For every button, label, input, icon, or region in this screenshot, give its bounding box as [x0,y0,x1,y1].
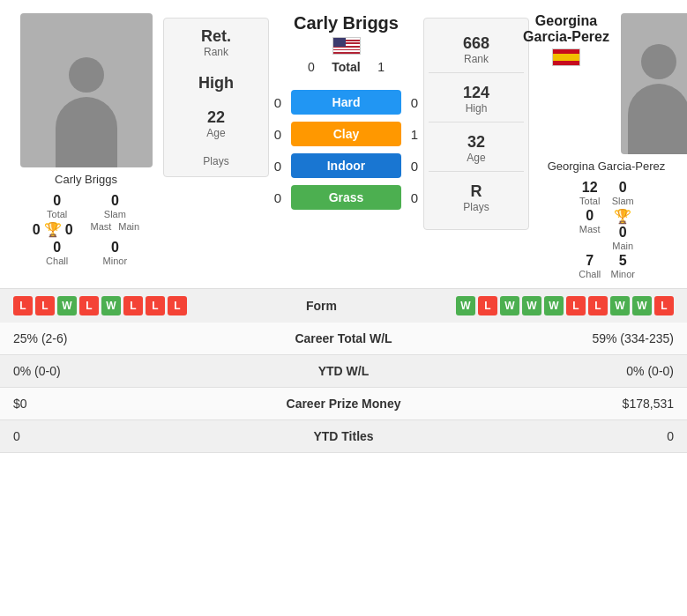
right-mast-label: Mast [579,224,601,234]
surface-rows: 0 Hard 0 0 Clay 1 0 Indoor 0 [269,90,423,217]
grass-left-score: 0 [269,190,287,205]
indoor-right-score: 0 [406,159,423,174]
clay-right-score: 1 [406,127,423,142]
left-player-name: Carly Briggs [55,173,117,186]
left-slam-value: 0 [111,193,119,209]
right-high-label: High [429,102,524,115]
left-age-block: 22 Age [206,108,225,139]
left-player-stats: 0 Total 0 Slam 0 🏆 0 Mast Main 0 Chall [33,193,139,266]
stats-table: 25% (2-6) Career Total W/L 59% (334-235)… [0,323,687,453]
right-high-value: 124 [429,84,524,102]
left-plays-value: Plays [203,155,228,167]
left-rank-value: Ret. [201,27,231,46]
total-label: Total [332,60,360,74]
clay-badge: Clay [291,122,401,146]
form-badge: W [456,296,475,315]
left-main-label: Main [118,221,139,238]
left-mast-value: 0 [33,222,41,238]
total-left-score: 0 [308,60,315,74]
right-player-card: Georgina Garcia-Perez Georgina Garcia-Pe… [529,13,683,279]
right-slam-label: Slam [612,196,634,206]
left-rank-block: Ret. Rank [201,27,231,58]
stats-row: 0% (0-0) YTD W/L 0% (0-0) [0,355,687,388]
stats-left-val-3: 0 [13,429,256,443]
right-trophy-icon: 🏆 [614,208,631,225]
es-flag-icon [552,48,580,66]
form-label: Form [306,299,337,313]
stats-right-val-3: 0 [432,429,675,443]
right-high-block: 124 High [429,77,524,122]
stats-center-label-2: Career Prize Money [256,397,432,411]
stats-center-label-3: YTD Titles [256,429,432,443]
form-badge: W [610,296,630,315]
left-age-value: 22 [206,108,225,127]
right-total-value: 12 [582,180,598,196]
left-trophy-icon: 🏆 [44,221,62,238]
left-high-value: High [198,74,234,93]
stats-left-val-1: 0% (0-0) [13,364,256,378]
form-badge: L [35,296,55,315]
form-badge: L [588,296,608,315]
form-badge: W [522,296,541,315]
right-total-label: Total [579,196,600,206]
hard-right-score: 0 [406,95,423,110]
indoor-badge: Indoor [291,153,401,178]
form-badge: L [478,296,497,315]
right-plays-value: R [429,182,524,201]
form-badge: W [57,296,77,315]
total-score-row: 0 Total 1 [308,60,385,74]
form-badge: L [566,296,586,315]
left-center-stats: Ret. Rank High 22 Age Plays [163,18,269,177]
right-mast-value: 0 [586,208,594,224]
left-mast-label: Mast [91,221,112,238]
left-minor-label: Minor [103,256,128,266]
form-badge: L [146,296,165,315]
grass-row: 0 Grass 0 [269,185,423,210]
stats-center-label-0: Career Total W/L [256,331,432,345]
right-main-label: Main [612,241,633,251]
stats-row: 25% (2-6) Career Total W/L 59% (334-235) [0,323,687,355]
right-player-avatar [621,13,687,154]
stats-row: 0 YTD Titles 0 [0,420,687,453]
right-minor-value: 5 [619,253,627,269]
right-chall-label: Chall [579,269,601,279]
right-age-label: Age [429,152,524,164]
left-age-label: Age [206,127,225,139]
left-total-value: 0 [53,193,61,209]
right-center-stats: 668 Rank 124 High 32 Age R Plays [423,18,529,230]
left-plays-block: Plays [203,155,228,167]
form-section: LLWLWLLL Form WLWWWLLWWL [0,288,687,323]
right-rank-value: 668 [429,34,524,53]
clay-left-score: 0 [269,127,287,142]
grass-right-score: 0 [406,190,423,205]
left-chall-value: 0 [53,240,61,256]
form-badge: W [500,296,519,315]
right-rank-block: 668 Rank [429,27,524,73]
left-total-label: Total [47,209,67,219]
left-player-avatar [20,13,153,167]
form-badge: L [79,296,99,315]
form-badge: L [123,296,143,315]
right-player-stats: 12 Total 0 Slam 0 Mast 🏆 0 Main 7 Chall … [578,180,635,279]
left-flag-row [332,37,361,55]
indoor-left-score: 0 [269,159,287,174]
stats-right-val-0: 59% (334-235) [432,331,675,345]
right-player-name-top: Georgina Garcia-Perez [516,13,616,45]
right-plays-label: Plays [429,201,524,213]
right-chall-value: 7 [586,253,594,269]
left-high-block: High [198,74,234,93]
right-rank-label: Rank [429,53,524,65]
right-plays-block: R Plays [429,175,524,220]
left-chall-label: Chall [46,256,68,266]
hard-badge: Hard [291,90,401,115]
left-player-name-top: Carly Briggs [294,13,399,33]
us-flag-icon [332,37,361,55]
right-flag-row [516,48,616,66]
form-badge: W [544,296,564,315]
left-slam-label: Slam [104,209,126,219]
left-form-badges: LLWLWLLL [13,296,187,315]
stats-right-val-2: $178,531 [432,397,675,411]
total-right-score: 1 [377,60,385,74]
form-badge: L [654,296,674,315]
surface-table-area: Carly Briggs 0 Total 1 0 Hard 0 0 [269,13,423,217]
